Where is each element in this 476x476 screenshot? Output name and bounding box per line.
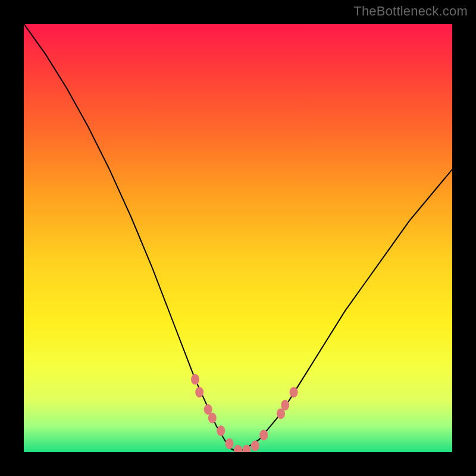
chart-plot-area — [24, 24, 452, 452]
highlight-dot — [290, 387, 298, 397]
bottleneck-curve-path — [24, 24, 452, 452]
watermark-text: TheBottleneck.com — [353, 4, 468, 19]
highlight-dot — [259, 430, 268, 440]
highlight-dot — [226, 439, 234, 449]
highlight-dot — [195, 387, 203, 397]
highlight-dot — [251, 440, 259, 451]
highlight-dot — [208, 412, 217, 423]
highlight-dot — [191, 374, 199, 385]
bottleneck-curve-svg — [24, 24, 452, 452]
highlight-dot — [281, 400, 289, 411]
highlight-dot — [217, 425, 225, 436]
highlight-dot — [234, 444, 242, 452]
highlight-dots-group — [191, 374, 298, 452]
